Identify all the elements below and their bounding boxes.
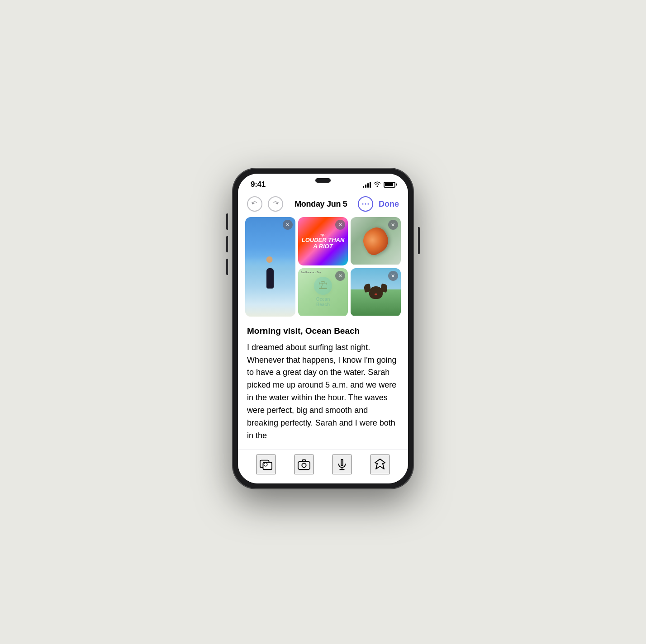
remove-surfer-button[interactable]: ✕: [283, 220, 293, 230]
audio-button[interactable]: [332, 455, 352, 474]
podcast-photo-cell: npr LOUDER THAN A RIOT ✕: [298, 217, 348, 265]
svg-point-1: [365, 204, 366, 205]
status-icons: [363, 181, 395, 188]
phone-container: 9:41: [201, 168, 445, 476]
photo-grid: ✕ npr LOUDER THAN A RIOT ✕ ✕: [238, 217, 408, 324]
redo-button[interactable]: [268, 196, 283, 212]
gallery-button[interactable]: [256, 455, 276, 474]
note-date: Monday Jun 5: [284, 199, 358, 209]
location-button[interactable]: [370, 455, 390, 474]
nav-right-buttons: Done: [358, 196, 399, 212]
done-button[interactable]: Done: [379, 199, 399, 209]
shell-photo-cell: ✕: [351, 217, 401, 265]
undo-button[interactable]: [247, 196, 262, 212]
dog-silhouette: [363, 286, 388, 313]
phone-screen: 9:41: [238, 174, 408, 483]
nav-left-buttons: [247, 196, 284, 212]
surfer-photo-cell: ✕: [245, 217, 295, 317]
phone-frame: 9:41: [233, 168, 413, 489]
status-time: 9:41: [251, 180, 266, 189]
more-options-button[interactable]: [358, 196, 373, 212]
note-body[interactable]: I dreamed about surfing last night. When…: [247, 341, 399, 442]
wifi-icon: [374, 181, 381, 188]
map-photo-cell: San Francisco Bay ⛱ Ocean Beach ✕: [298, 268, 348, 317]
note-title: Morning visit, Ocean Beach: [247, 326, 399, 337]
surfer-photo: [245, 217, 295, 317]
podcast-network-label: npr: [320, 233, 326, 236]
battery-icon: [384, 182, 395, 188]
svg-rect-8: [341, 459, 343, 466]
status-bar: 9:41: [238, 174, 408, 193]
svg-point-7: [302, 463, 306, 467]
dynamic-island: [315, 178, 331, 183]
nav-bar: Monday Jun 5 Done: [238, 193, 408, 217]
podcast-title-text: LOUDER THAN A RIOT: [301, 237, 346, 250]
signal-icon: [363, 181, 371, 188]
svg-rect-6: [298, 461, 310, 469]
note-content: Morning visit, Ocean Beach I dreamed abo…: [238, 324, 408, 450]
remove-shell-button[interactable]: ✕: [388, 220, 398, 230]
dog-photo-cell: ✕: [351, 268, 401, 317]
camera-button[interactable]: [294, 455, 314, 474]
bottom-toolbar: [238, 450, 408, 483]
remove-dog-button[interactable]: ✕: [388, 271, 398, 281]
svg-point-0: [362, 204, 364, 205]
svg-point-2: [368, 204, 369, 205]
